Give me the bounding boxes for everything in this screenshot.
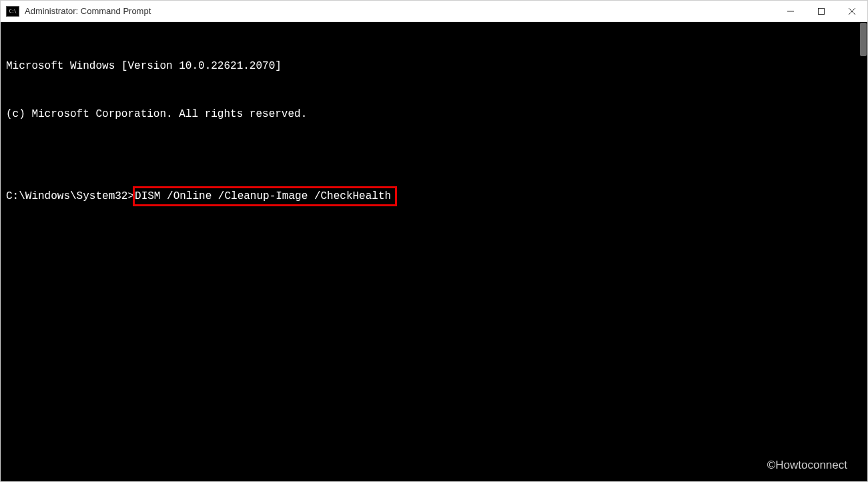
copyright-line: (c) Microsoft Corporation. All rights re…	[6, 106, 862, 122]
close-icon	[849, 8, 855, 15]
minimize-icon	[787, 8, 794, 15]
prompt-path: C:\Windows\System32>	[6, 188, 134, 204]
prompt-line: C:\Windows\System32>DISM /Online /Cleanu…	[6, 186, 862, 206]
minimize-button[interactable]	[775, 1, 806, 21]
svg-rect-1	[819, 8, 825, 14]
version-line: Microsoft Windows [Version 10.0.22621.20…	[6, 58, 862, 74]
command-prompt-window: C:\ Administrator: Command Prompt Micros…	[0, 0, 868, 482]
maximize-button[interactable]	[806, 1, 837, 21]
watermark-text: ©Howtoconnect	[767, 457, 847, 474]
command-text: DISM /Online /Cleanup-Image /CheckHealth	[135, 190, 391, 202]
titlebar[interactable]: C:\ Administrator: Command Prompt	[1, 1, 867, 22]
cmd-icon: C:\	[6, 6, 19, 17]
close-button[interactable]	[837, 1, 867, 21]
maximize-icon	[818, 8, 825, 15]
vertical-scrollbar[interactable]	[860, 23, 867, 56]
command-highlight: DISM /Online /Cleanup-Image /CheckHealth	[133, 186, 397, 206]
terminal-output[interactable]: Microsoft Windows [Version 10.0.22621.20…	[1, 22, 867, 481]
window-controls	[775, 1, 867, 21]
window-title: Administrator: Command Prompt	[25, 6, 775, 16]
